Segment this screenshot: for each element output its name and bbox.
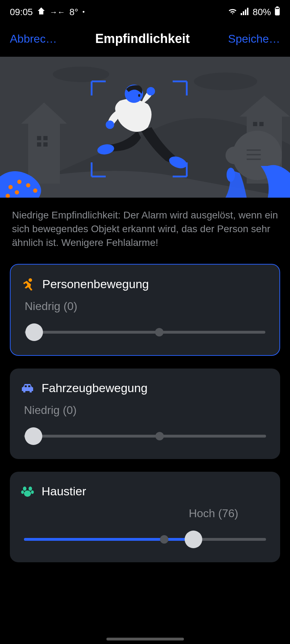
slider-midpoint	[160, 535, 168, 544]
dot-icon: •	[82, 8, 85, 16]
slider-thumb[interactable]	[25, 427, 42, 445]
svg-point-26	[8, 185, 13, 189]
svg-rect-6	[276, 9, 279, 14]
svg-rect-19	[259, 122, 264, 126]
card-value-label: Niedrig (0)	[24, 404, 270, 417]
sensitivity-slider-person[interactable]	[25, 323, 265, 341]
svg-rect-15	[43, 142, 48, 147]
svg-point-27	[17, 180, 21, 184]
slider-thumb[interactable]	[185, 531, 202, 548]
battery-icon	[274, 6, 280, 18]
paw-icon	[20, 484, 35, 499]
svg-rect-13	[43, 136, 48, 140]
svg-point-34	[106, 120, 114, 129]
svg-rect-1	[243, 11, 244, 15]
svg-rect-0	[241, 13, 242, 15]
signal-icon	[241, 7, 249, 18]
slider-track	[24, 435, 266, 438]
card-header: Haustier	[20, 484, 270, 499]
slider-midpoint	[155, 432, 164, 440]
card-title: Haustier	[42, 484, 86, 498]
wifi-icon	[228, 7, 237, 18]
notification-icon	[37, 7, 45, 18]
slider-thumb[interactable]	[25, 323, 43, 341]
status-left: 09:05 →← 8° •	[10, 7, 85, 18]
svg-point-28	[26, 183, 30, 187]
svg-point-45	[24, 490, 31, 497]
svg-rect-10	[28, 124, 60, 184]
svg-rect-39	[25, 385, 27, 387]
svg-rect-40	[28, 385, 30, 387]
page-title: Empfindlichkeit	[95, 31, 190, 46]
description-text: Niedrige Empfindlichkeit: Der Alarm wird…	[0, 198, 290, 260]
status-battery: 80%	[253, 7, 271, 18]
svg-point-38	[29, 278, 32, 282]
status-time: 09:05	[10, 7, 33, 18]
car-icon	[20, 381, 35, 395]
svg-rect-18	[253, 122, 257, 126]
card-title: Personenbewegung	[42, 277, 149, 291]
svg-point-8	[53, 67, 109, 82]
card-header: Personenbewegung	[21, 277, 269, 291]
svg-rect-2	[245, 10, 246, 15]
card-header: Fahrzeugbewegung	[20, 381, 270, 395]
svg-point-41	[23, 487, 26, 491]
card-vehicle[interactable]: Fahrzeugbewegung Niedrig (0)	[10, 369, 280, 459]
cancel-button[interactable]: Abbrec…	[10, 32, 57, 45]
svg-rect-12	[37, 136, 41, 140]
svg-point-35	[147, 87, 155, 95]
svg-point-29	[15, 190, 19, 194]
card-title: Fahrzeugbewegung	[42, 381, 148, 395]
illustration	[0, 57, 290, 198]
svg-point-30	[33, 188, 37, 193]
slider-midpoint	[155, 328, 163, 336]
svg-rect-3	[247, 8, 248, 15]
arrow-icon: →←	[50, 8, 65, 17]
card-value-label: Hoch (76)	[158, 507, 270, 520]
card-person[interactable]: Personenbewegung Niedrig (0)	[10, 264, 280, 356]
svg-point-25	[227, 168, 235, 182]
status-right: 80%	[228, 6, 280, 18]
app-header: Abbrec… Empfindlichkeit Speiche…	[0, 24, 290, 57]
sensitivity-slider-pet[interactable]	[24, 531, 266, 548]
svg-rect-5	[277, 7, 278, 7]
status-temp: 8°	[69, 7, 78, 18]
svg-rect-14	[37, 142, 41, 147]
person-running-icon	[21, 277, 35, 291]
slider-track	[25, 331, 265, 334]
card-value-label: Niedrig (0)	[25, 300, 269, 313]
save-button[interactable]: Speiche…	[228, 32, 280, 45]
svg-point-43	[21, 490, 24, 494]
settings-list: Personenbewegung Niedrig (0) Fahrzeugbew…	[0, 260, 290, 578]
svg-point-37	[138, 94, 140, 97]
status-bar: 09:05 →← 8° • 80%	[0, 0, 290, 24]
svg-point-42	[29, 487, 32, 491]
home-indicator[interactable]	[106, 638, 184, 640]
svg-point-9	[194, 73, 257, 90]
card-pet[interactable]: Haustier Hoch (76)	[10, 472, 280, 562]
sensitivity-slider-vehicle[interactable]	[24, 427, 266, 445]
svg-point-44	[31, 490, 34, 494]
